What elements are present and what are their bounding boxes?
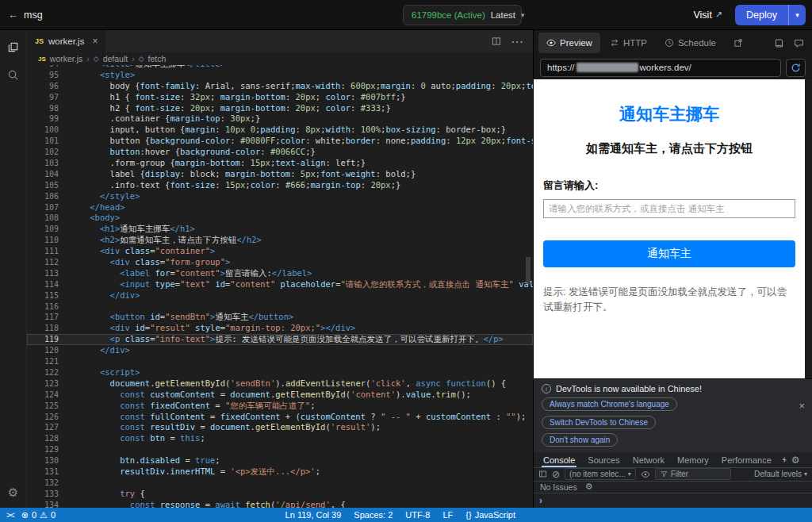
line-number[interactable]: 124 <box>27 390 59 401</box>
line-number[interactable]: 128 <box>27 433 59 444</box>
code-text[interactable]: <p class="info-text">提示: 发送错误可能是页面没加载全就点… <box>70 334 504 345</box>
line-number[interactable]: 108 <box>27 213 59 224</box>
devtools-tab-performance[interactable]: Performance <box>715 452 778 467</box>
code-line[interactable]: 108 <body> <box>27 213 533 224</box>
code-text[interactable]: <div class="container"> <box>70 246 215 257</box>
code-text[interactable]: <script> <box>70 367 140 378</box>
code-line[interactable]: 128 const btn = this; <box>27 433 533 444</box>
match-language-button[interactable]: Always match Chrome's language <box>542 397 677 411</box>
console-input[interactable]: › <box>534 493 812 508</box>
code-line[interactable]: 107 </head> <box>27 202 533 213</box>
deploy-dropdown-button[interactable]: ▾ <box>788 5 806 25</box>
editor-scrollbar-thumb[interactable] <box>526 257 530 284</box>
line-number[interactable]: 130 <box>27 455 59 466</box>
url-input[interactable]: https:// workers.dev/ <box>540 59 781 77</box>
code-line[interactable]: 123 document.getElementById('sendBtn').a… <box>27 378 533 390</box>
code-text[interactable]: button:hover {background-color: #0066CC;… <box>70 147 316 158</box>
console-filter-input[interactable]: Filter <box>655 468 731 480</box>
popout-tab[interactable] <box>726 33 751 53</box>
cursor-position[interactable]: Ln 119, Col 39 <box>285 510 342 520</box>
code-text[interactable]: </style> <box>70 191 140 202</box>
docs-book-icon[interactable] <box>774 38 784 48</box>
tab-preview[interactable]: Preview <box>538 33 600 53</box>
code-text[interactable]: document.getElementById('sendBtn').addEv… <box>70 378 506 390</box>
line-number[interactable]: 109 <box>27 224 59 235</box>
console-settings-icon[interactable]: ⚙ <box>585 482 593 492</box>
line-number[interactable]: 116 <box>27 301 59 313</box>
line-number[interactable]: 98 <box>27 103 59 114</box>
code-text[interactable]: const fixedContent = "您的车辆可能占道了"; <box>70 401 315 412</box>
code-text[interactable]: <div class="form-group"> <box>70 257 230 268</box>
code-text[interactable]: const customContent = document.getElemen… <box>70 390 471 401</box>
code-line[interactable]: 105 .info-text {font-size: 15px;color: #… <box>27 180 533 191</box>
line-number[interactable]: 100 <box>27 125 59 136</box>
code-text[interactable]: const response = await fetch('/api/send'… <box>70 500 346 508</box>
code-line[interactable]: 124 const customContent = document.getEl… <box>27 390 533 401</box>
code-line[interactable]: 96 body {font-family: Arial, sans-serif;… <box>27 81 533 92</box>
code-line[interactable]: 122 <script> <box>27 367 533 378</box>
line-number[interactable]: 123 <box>27 378 59 390</box>
devtools-settings-icon[interactable]: ⚙ <box>791 455 800 466</box>
line-number[interactable]: 114 <box>27 279 59 290</box>
line-number[interactable]: 129 <box>27 444 59 455</box>
code-text[interactable]: label {display: block; margin-bottom: 5p… <box>70 169 416 180</box>
eol-setting[interactable]: LF <box>442 510 453 520</box>
line-number[interactable]: 104 <box>27 169 59 180</box>
problems-indicator[interactable]: ⊗ 0 ⚠ 0 <box>21 510 56 520</box>
code-text[interactable]: try { <box>70 489 145 500</box>
split-editor-icon[interactable] <box>492 36 501 46</box>
console-sidebar-icon[interactable] <box>538 470 547 478</box>
code-text[interactable]: const fullContent = fixedContent + (cust… <box>70 412 526 423</box>
line-number[interactable]: 125 <box>27 401 59 412</box>
line-number[interactable]: 121 <box>27 356 59 367</box>
code-line[interactable]: 125 const fixedContent = "您的车辆可能占道了"; <box>27 401 533 412</box>
visit-link[interactable]: Visit ↗ <box>693 10 722 21</box>
line-number[interactable]: 126 <box>27 412 59 423</box>
line-number[interactable]: 110 <box>27 235 59 246</box>
line-number[interactable]: 122 <box>27 367 59 378</box>
code-line[interactable]: 129 <box>27 444 533 455</box>
close-icon[interactable]: × <box>92 36 98 47</box>
line-number[interactable]: 127 <box>27 422 59 433</box>
code-text[interactable]: <label for="content">留言请输入:</label> <box>70 268 312 279</box>
live-expression-eye-icon[interactable] <box>641 470 650 479</box>
code-line[interactable]: 114 <input type="text" id="content" plac… <box>27 279 533 290</box>
code-line[interactable]: 115 </div> <box>27 290 533 301</box>
code-line[interactable]: 101 button {background-color: #0080FF;co… <box>27 136 533 147</box>
line-number[interactable]: 95 <box>27 70 59 81</box>
code-line[interactable]: 118 <div id="result" style="margin-top: … <box>27 323 533 334</box>
line-number[interactable]: 132 <box>27 478 59 489</box>
code-line[interactable]: 121 <box>27 356 533 367</box>
breadcrumb-symbol-default[interactable]: default <box>103 54 128 63</box>
code-line[interactable]: 102 button:hover {background-color: #006… <box>27 147 533 158</box>
code-line[interactable]: 120 </div> <box>27 345 533 356</box>
line-number[interactable]: 99 <box>27 113 59 125</box>
code-line[interactable]: 112 <div class="form-group"> <box>27 257 533 268</box>
line-number[interactable]: 112 <box>27 257 59 268</box>
code-line[interactable]: 126 const fullContent = fixedContent + (… <box>27 412 533 423</box>
breadcrumb-file[interactable]: worker.js <box>50 54 82 63</box>
switch-chinese-button[interactable]: Switch DevTools to Chinese <box>542 416 656 429</box>
code-line[interactable]: 127 const resultDiv = document.getElemen… <box>27 422 533 433</box>
line-number[interactable]: 97 <box>27 92 59 103</box>
indentation-setting[interactable]: Spaces: 2 <box>354 510 393 520</box>
code-line[interactable]: 103 .form-group {margin-bottom: 15px;tex… <box>27 158 533 169</box>
code-text[interactable]: <style> <box>70 70 135 81</box>
code-line[interactable]: 130 btn.disabled = true; <box>27 455 533 466</box>
line-number[interactable]: 106 <box>27 191 59 202</box>
breadcrumb-symbol-fetch[interactable]: fetch <box>148 54 167 63</box>
line-number[interactable]: 113 <box>27 268 59 279</box>
worker-back-link[interactable]: ← msg <box>0 9 43 21</box>
tab-worker-js[interactable]: JS worker.js × <box>27 30 105 52</box>
code-line[interactable]: 113 <label for="content">留言请输入:</label> <box>27 268 533 279</box>
code-line[interactable]: 100 input, button {margin: 10px 0;paddin… <box>27 125 533 136</box>
code-text[interactable]: const resultDiv = document.getElementByI… <box>70 422 381 433</box>
line-number[interactable]: 119 <box>27 334 59 345</box>
code-text[interactable]: resultDiv.innerHTML = '<p>发送中...</p>'; <box>70 466 320 478</box>
devtools-tab-sources[interactable]: Sources <box>581 452 626 467</box>
code-line[interactable]: 134 const response = await fetch('/api/s… <box>27 500 533 508</box>
devtools-tab-memory[interactable]: Memory <box>671 452 715 467</box>
code-line[interactable]: 104 label {display: block; margin-bottom… <box>27 169 533 180</box>
code-line[interactable]: 95 <style> <box>27 70 533 81</box>
tab-schedule[interactable]: Schedule <box>657 33 724 53</box>
